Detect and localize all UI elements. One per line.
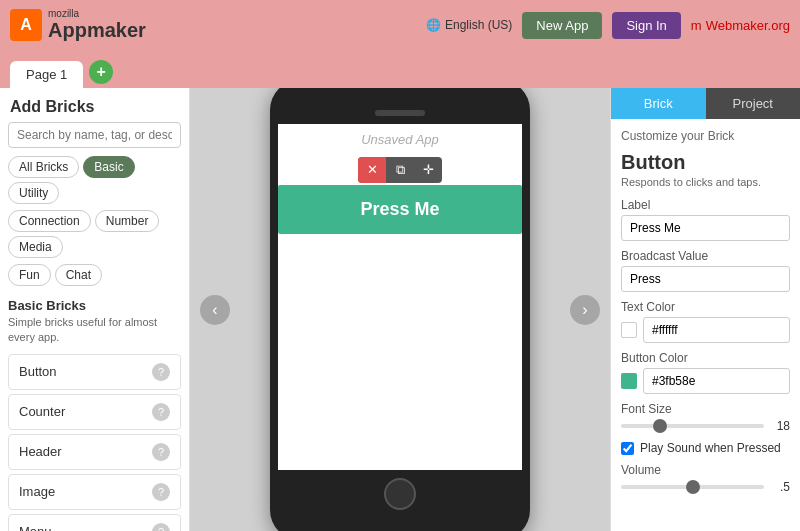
- font-size-value: 18: [770, 419, 790, 433]
- brick-item-button[interactable]: Button ?: [8, 354, 181, 390]
- panel-tabs: Brick Project: [611, 88, 800, 119]
- phone-device: Unsaved App ✕ ⧉ ✛ Press Me A: [270, 88, 530, 531]
- nav-left-button[interactable]: ‹: [200, 295, 230, 325]
- brick-label-counter: Counter: [19, 404, 65, 419]
- button-color-field: [621, 368, 790, 394]
- font-size-slider[interactable]: [621, 424, 764, 428]
- globe-icon: 🌐: [426, 18, 441, 32]
- brick-item-menu[interactable]: Menu ?: [8, 514, 181, 531]
- filter-utility[interactable]: Utility: [8, 182, 59, 204]
- add-page-button[interactable]: +: [89, 60, 113, 84]
- play-sound-checkbox[interactable]: [621, 442, 634, 455]
- logo-icon: A: [10, 9, 42, 41]
- font-size-field-label: Font Size: [621, 402, 790, 416]
- webmaker-label: Webmaker.org: [706, 18, 790, 33]
- webmaker-link[interactable]: m Webmaker.org: [691, 18, 790, 33]
- mozilla-label: mozilla: [48, 8, 146, 19]
- filter-row-1: All Bricks Basic Utility: [0, 156, 189, 210]
- page-tab-label: Page 1: [26, 67, 67, 82]
- brick-help-header[interactable]: ?: [152, 443, 170, 461]
- filter-all-bricks[interactable]: All Bricks: [8, 156, 79, 178]
- sidebar-title: Add Bricks: [0, 88, 189, 122]
- app-title: Unsaved App: [278, 124, 522, 155]
- filter-row-2: Connection Number Media: [0, 210, 189, 264]
- nav-right-button[interactable]: ›: [570, 295, 600, 325]
- text-color-field-label: Text Color: [621, 300, 790, 314]
- panel-body: Customize your Brick Button Responds to …: [611, 119, 800, 531]
- appmaker-label: Appmaker: [48, 19, 146, 42]
- brick-close-button[interactable]: ✕: [358, 157, 386, 183]
- button-color-field-label: Button Color: [621, 351, 790, 365]
- brick-item-counter[interactable]: Counter ?: [8, 394, 181, 430]
- brick-copy-button[interactable]: ⧉: [386, 157, 414, 183]
- right-panel: Brick Project Customize your Brick Butto…: [610, 88, 800, 531]
- brick-help-menu[interactable]: ?: [152, 523, 170, 531]
- basic-bricks-desc: Simple bricks useful for almost every ap…: [0, 315, 189, 352]
- brick-container: ✕ ⧉ ✛ Press Me A: [278, 185, 522, 234]
- logo-text: mozilla Appmaker: [48, 8, 146, 42]
- page-1-tab[interactable]: Page 1: [10, 61, 83, 88]
- phone-speaker: [375, 110, 425, 116]
- tab-brick[interactable]: Brick: [611, 88, 706, 119]
- text-color-swatch: [621, 322, 637, 338]
- filter-row-3: Fun Chat: [0, 264, 189, 292]
- brick-help-image[interactable]: ?: [152, 483, 170, 501]
- lang-selector[interactable]: 🌐 English (US): [426, 18, 512, 32]
- volume-value: .5: [770, 480, 790, 494]
- tab-project[interactable]: Project: [706, 88, 801, 119]
- filter-connection[interactable]: Connection: [8, 210, 91, 232]
- font-size-slider-row: 18: [621, 419, 790, 433]
- panel-subtitle: Customize your Brick: [621, 129, 790, 143]
- volume-slider[interactable]: [621, 485, 764, 489]
- filter-basic[interactable]: Basic: [83, 156, 134, 178]
- tab-bar: Page 1 +: [0, 50, 800, 88]
- label-input[interactable]: [621, 215, 790, 241]
- brick-type-title: Button: [621, 151, 790, 174]
- brick-label-menu: Menu: [19, 524, 52, 531]
- brick-item-image[interactable]: Image ?: [8, 474, 181, 510]
- main-area: Add Bricks All Bricks Basic Utility Conn…: [0, 88, 800, 531]
- label-field-label: Label: [621, 198, 790, 212]
- play-sound-row: Play Sound when Pressed: [621, 441, 790, 455]
- brick-type-desc: Responds to clicks and taps.: [621, 176, 790, 188]
- new-app-button[interactable]: New App: [522, 12, 602, 39]
- filter-fun[interactable]: Fun: [8, 264, 51, 286]
- lang-label: English (US): [445, 18, 512, 32]
- broadcast-field-label: Broadcast Value: [621, 249, 790, 263]
- play-sound-label[interactable]: Play Sound when Pressed: [640, 441, 781, 455]
- header-right: 🌐 English (US) New App Sign In m Webmake…: [426, 12, 790, 39]
- filter-number[interactable]: Number: [95, 210, 160, 232]
- logo-area: A mozilla Appmaker: [10, 8, 146, 42]
- sign-in-button[interactable]: Sign In: [612, 12, 680, 39]
- search-input[interactable]: [8, 122, 181, 148]
- canvas-area: ‹ Unsaved App ✕ ⧉ ✛ Press Me A ›: [190, 88, 610, 531]
- press-me-button[interactable]: Press Me: [278, 185, 522, 234]
- brick-help-button[interactable]: ?: [152, 363, 170, 381]
- phone-screen: Unsaved App ✕ ⧉ ✛ Press Me A: [278, 124, 522, 470]
- filter-media[interactable]: Media: [8, 236, 63, 258]
- volume-field-label: Volume: [621, 463, 790, 477]
- volume-slider-row: .5: [621, 480, 790, 494]
- webmaker-icon: m: [691, 18, 702, 33]
- brick-help-counter[interactable]: ?: [152, 403, 170, 421]
- brick-drag-button[interactable]: ✛: [414, 157, 442, 183]
- header: A mozilla Appmaker 🌐 English (US) New Ap…: [0, 0, 800, 50]
- brick-label-header: Header: [19, 444, 62, 459]
- brick-item-header[interactable]: Header ?: [8, 434, 181, 470]
- text-color-field: [621, 317, 790, 343]
- brick-label-image: Image: [19, 484, 55, 499]
- button-color-input[interactable]: [643, 368, 790, 394]
- sidebar: Add Bricks All Bricks Basic Utility Conn…: [0, 88, 190, 531]
- basic-bricks-title: Basic Bricks: [0, 292, 189, 315]
- filter-chat[interactable]: Chat: [55, 264, 102, 286]
- brick-label-button: Button: [19, 364, 57, 379]
- brick-toolbar: ✕ ⧉ ✛: [358, 157, 442, 183]
- broadcast-input[interactable]: [621, 266, 790, 292]
- text-color-input[interactable]: [643, 317, 790, 343]
- phone-home-button[interactable]: [384, 478, 416, 510]
- button-color-swatch: [621, 373, 637, 389]
